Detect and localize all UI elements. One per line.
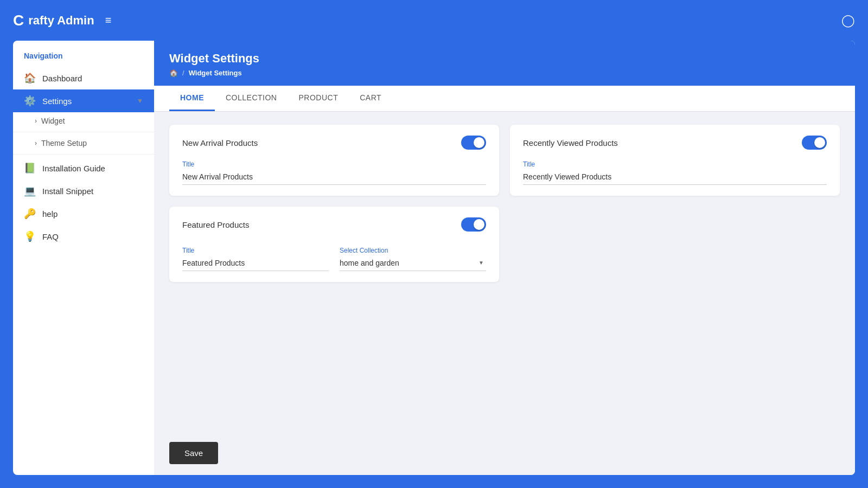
sidebar-item-install-snippet[interactable]: 💻 Install Snippet	[13, 179, 154, 202]
main-layout: Navigation 🏠 Dashboard ⚙️ Settings ▼ › W…	[13, 41, 855, 475]
content-header: Widget Settings 🏠 / Widget Settings	[154, 41, 855, 86]
tabs-bar: HOME COLLECTION PRODUCT CART	[154, 86, 855, 112]
new-arrival-title-label: Title	[182, 160, 486, 168]
new-arrival-header: New Arrival Products	[182, 136, 486, 150]
featured-products-card: Featured Products Title Select Collectio…	[169, 207, 499, 282]
chevron-right-icon: ›	[35, 139, 37, 147]
recently-viewed-toggle[interactable]	[802, 136, 827, 150]
featured-collection-select[interactable]: home and garden Electronics Clothing Boo…	[340, 256, 486, 271]
tab-product[interactable]: PRODUCT	[288, 86, 349, 111]
sidebar-subitem-label: Widget	[41, 117, 65, 125]
divider	[13, 132, 154, 132]
breadcrumb-separator: /	[182, 69, 184, 77]
sidebar-item-label: help	[42, 209, 58, 219]
recently-viewed-title-field: Title	[523, 160, 827, 185]
topbar: C rafty Admin ≡ ◯	[0, 0, 868, 41]
tab-home[interactable]: HOME	[169, 86, 215, 111]
featured-collection-field: Select Collection home and garden Electr…	[340, 247, 486, 271]
recently-viewed-title-input[interactable]	[523, 170, 827, 185]
recently-viewed-title: Recently Viewed Products	[523, 138, 618, 147]
sidebar-item-label: Installation Guide	[42, 164, 105, 173]
hamburger-icon[interactable]: ≡	[105, 14, 112, 27]
tab-cart[interactable]: CART	[349, 86, 392, 111]
recently-viewed-header: Recently Viewed Products	[523, 136, 827, 150]
settings-icon: ⚙️	[24, 95, 36, 107]
logo-letter: C	[13, 12, 24, 29]
breadcrumb-home-icon[interactable]: 🏠	[169, 69, 178, 77]
featured-title-field: Title	[182, 247, 329, 271]
sidebar-item-label: Settings	[42, 97, 72, 106]
app-logo: C rafty Admin ≡	[13, 12, 111, 29]
chevron-down-icon: ▼	[137, 97, 143, 105]
toggle-slider	[461, 136, 486, 150]
sidebar-item-settings[interactable]: ⚙️ Settings ▼	[13, 89, 154, 112]
sidebar-item-installation-guide[interactable]: 📗 Installation Guide	[13, 157, 154, 179]
sidebar-item-label: Install Snippet	[42, 187, 93, 196]
recently-viewed-title-label: Title	[523, 160, 827, 168]
breadcrumb-current: Widget Settings	[189, 69, 242, 77]
toggle-slider	[461, 217, 486, 232]
sidebar-item-label: FAQ	[42, 232, 59, 241]
featured-fields: Title Select Collection home and garden …	[182, 242, 486, 271]
sidebar-item-dashboard[interactable]: 🏠 Dashboard	[13, 67, 154, 89]
save-section: Save	[154, 435, 855, 475]
user-icon[interactable]: ◯	[841, 14, 855, 28]
tab-collection[interactable]: COLLECTION	[215, 86, 288, 111]
sidebar-item-faq[interactable]: 💡 FAQ	[13, 225, 154, 248]
divider	[13, 154, 154, 155]
new-arrival-toggle[interactable]	[461, 136, 486, 150]
settings-submenu: › Widget › Theme Setup	[13, 112, 154, 152]
faq-icon: 💡	[24, 230, 36, 242]
install-snippet-icon: 💻	[24, 185, 36, 197]
installation-guide-icon: 📗	[24, 162, 36, 174]
toggle-slider	[802, 136, 827, 150]
breadcrumb: 🏠 / Widget Settings	[169, 69, 840, 86]
sidebar-item-widget[interactable]: › Widget	[13, 112, 154, 130]
nav-label: Navigation	[13, 52, 154, 67]
save-button[interactable]: Save	[169, 442, 218, 464]
page-title: Widget Settings	[169, 52, 840, 66]
featured-toggle[interactable]	[461, 217, 486, 232]
new-arrival-title-field: Title	[182, 160, 486, 185]
sidebar-item-theme-setup[interactable]: › Theme Setup	[13, 134, 154, 152]
widgets-area: New Arrival Products Title Recently	[154, 112, 855, 435]
chevron-right-icon: ›	[35, 117, 37, 125]
sidebar-subitem-label: Theme Setup	[41, 139, 87, 147]
new-arrival-card: New Arrival Products Title	[169, 125, 499, 196]
featured-title-label: Title	[182, 247, 329, 254]
new-arrival-title: New Arrival Products	[182, 138, 258, 147]
sidebar: Navigation 🏠 Dashboard ⚙️ Settings ▼ › W…	[13, 41, 154, 475]
sidebar-item-label: Dashboard	[42, 74, 82, 83]
help-icon: 🔑	[24, 208, 36, 220]
sidebar-item-help[interactable]: 🔑 help	[13, 202, 154, 225]
widgets-grid: New Arrival Products Title Recently	[169, 125, 840, 196]
recently-viewed-card: Recently Viewed Products Title	[510, 125, 840, 196]
dashboard-icon: 🏠	[24, 72, 36, 84]
new-arrival-title-input[interactable]	[182, 170, 486, 185]
featured-title: Featured Products	[182, 220, 249, 229]
featured-collection-label: Select Collection	[340, 247, 486, 254]
featured-header: Featured Products	[182, 217, 486, 232]
content-area: Widget Settings 🏠 / Widget Settings HOME…	[154, 41, 855, 475]
collection-select-wrap: home and garden Electronics Clothing Boo…	[340, 256, 486, 271]
featured-title-input[interactable]	[182, 256, 329, 271]
app-name: rafty Admin	[28, 14, 94, 28]
